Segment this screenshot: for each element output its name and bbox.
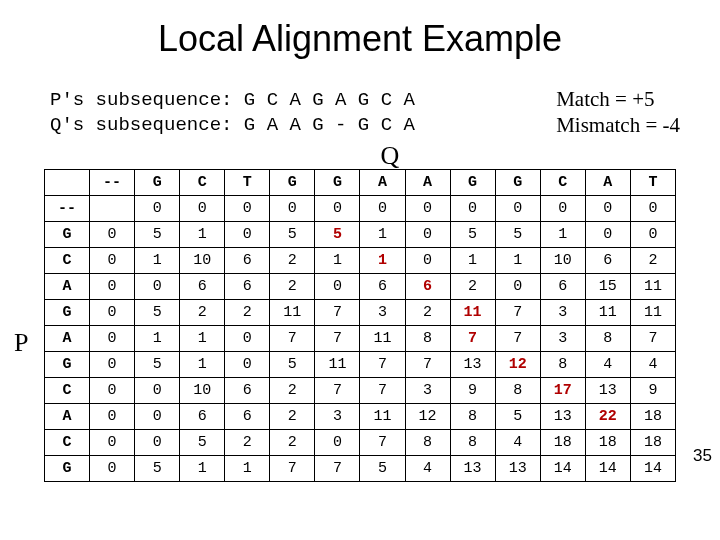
cell: 3	[405, 378, 450, 404]
cell: 11	[450, 300, 495, 326]
cell: 11	[360, 404, 405, 430]
cell: 10	[180, 248, 225, 274]
cell: 10	[180, 378, 225, 404]
col-header: G	[270, 170, 315, 196]
cell: 0	[180, 196, 225, 222]
cell: 7	[450, 326, 495, 352]
cell: 5	[360, 456, 405, 482]
cell: 1	[450, 248, 495, 274]
cell: 7	[360, 352, 405, 378]
page-number: 35	[693, 446, 712, 466]
p-axis-label: P	[14, 328, 28, 358]
cell: 8	[450, 404, 495, 430]
cell: 5	[135, 222, 180, 248]
cell: 0	[90, 352, 135, 378]
row-header: G	[45, 456, 90, 482]
cell: 9	[450, 378, 495, 404]
cell: 2	[270, 248, 315, 274]
cell: 4	[495, 430, 540, 456]
cell: 14	[630, 456, 675, 482]
row-header: A	[45, 404, 90, 430]
cell: 6	[540, 274, 585, 300]
cell: 7	[495, 300, 540, 326]
col-header: C	[180, 170, 225, 196]
cell: 0	[315, 430, 360, 456]
cell: 0	[405, 222, 450, 248]
col-header: A	[360, 170, 405, 196]
cell: 0	[90, 456, 135, 482]
cell: 0	[135, 430, 180, 456]
cell: 7	[360, 378, 405, 404]
corner-cell	[45, 170, 90, 196]
cell: 18	[630, 404, 675, 430]
table-row: C0052207884181818	[45, 430, 676, 456]
cell: 0	[450, 196, 495, 222]
cell: 13	[495, 456, 540, 482]
cell: 0	[585, 222, 630, 248]
cell: 2	[270, 378, 315, 404]
cell: 5	[495, 222, 540, 248]
cell: 0	[90, 300, 135, 326]
cell: 0	[495, 196, 540, 222]
cell: 8	[585, 326, 630, 352]
cell: 8	[450, 430, 495, 456]
cell: 6	[405, 274, 450, 300]
table-row: C011062110111062	[45, 248, 676, 274]
cell: 6	[360, 274, 405, 300]
cell: 12	[405, 404, 450, 430]
cell: 5	[315, 222, 360, 248]
cell: 2	[450, 274, 495, 300]
table-row: G0510511771312844	[45, 352, 676, 378]
q-seq-label: Q's subsequence:	[50, 114, 244, 136]
cell: 6	[225, 404, 270, 430]
col-header: C	[540, 170, 585, 196]
col-header-row: --GCTGGAAGGCAT	[45, 170, 676, 196]
cell: 18	[540, 430, 585, 456]
cell: 2	[405, 300, 450, 326]
row-header: C	[45, 248, 90, 274]
cell: 0	[90, 326, 135, 352]
cell: 6	[180, 274, 225, 300]
col-header: T	[225, 170, 270, 196]
col-header: G	[450, 170, 495, 196]
col-header: A	[585, 170, 630, 196]
cell: 3	[360, 300, 405, 326]
cell: 5	[135, 352, 180, 378]
table-row: A006620662061511	[45, 274, 676, 300]
cell: 0	[540, 196, 585, 222]
cell: 2	[270, 404, 315, 430]
cell: 0	[270, 196, 315, 222]
dp-table: --GCTGGAAGGCAT --000000000000G0510551055…	[44, 169, 676, 482]
q-axis-label: Q	[60, 141, 720, 171]
cell: 0	[585, 196, 630, 222]
cell: 22	[585, 404, 630, 430]
col-header: G	[495, 170, 540, 196]
row-header: A	[45, 326, 90, 352]
cell: 0	[225, 196, 270, 222]
cell: 0	[135, 274, 180, 300]
col-header: T	[630, 170, 675, 196]
cell	[90, 196, 135, 222]
row-header: G	[45, 300, 90, 326]
scoring-params: Match = +5 Mismatch = -4	[556, 86, 680, 139]
cell: 1	[180, 352, 225, 378]
cell: 5	[270, 222, 315, 248]
cell: 5	[270, 352, 315, 378]
p-seq: G C A G A G C A	[244, 89, 415, 111]
cell: 0	[225, 326, 270, 352]
cell: 2	[225, 300, 270, 326]
cell: 2	[270, 274, 315, 300]
cell: 11	[630, 274, 675, 300]
cell: 1	[135, 248, 180, 274]
table-row: --000000000000	[45, 196, 676, 222]
cell: 0	[90, 430, 135, 456]
cell: 6	[225, 378, 270, 404]
cell: 5	[450, 222, 495, 248]
q-seq: G A A G - G C A	[244, 114, 415, 136]
cell: 7	[315, 300, 360, 326]
cell: 7	[315, 456, 360, 482]
cell: 1	[180, 326, 225, 352]
cell: 13	[450, 352, 495, 378]
cell: 3	[540, 300, 585, 326]
cell: 7	[495, 326, 540, 352]
